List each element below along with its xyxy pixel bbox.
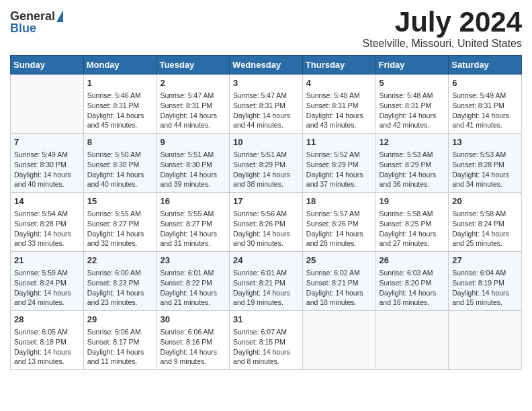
logo-icon (56, 10, 63, 22)
day-number: 25 (306, 255, 372, 267)
day-number: 11 (306, 136, 372, 148)
calendar-day-cell: 23Sunrise: 6:01 AM Sunset: 8:22 PM Dayli… (157, 252, 230, 311)
day-number: 29 (87, 314, 153, 326)
day-info: Sunrise: 5:50 AM Sunset: 8:30 PM Dayligh… (87, 150, 153, 189)
day-info: Sunrise: 6:00 AM Sunset: 8:23 PM Dayligh… (87, 268, 153, 308)
day-info: Sunrise: 6:07 AM Sunset: 8:15 PM Dayligh… (233, 327, 299, 367)
day-number: 20 (452, 195, 518, 208)
day-info: Sunrise: 6:03 AM Sunset: 8:20 PM Dayligh… (380, 268, 445, 308)
day-info: Sunrise: 5:54 AM Sunset: 8:28 PM Dayligh… (14, 209, 80, 248)
day-number: 4 (306, 77, 372, 89)
day-info: Sunrise: 5:52 AM Sunset: 8:29 PM Dayligh… (306, 150, 372, 189)
calendar-header-row: SundayMondayTuesdayWednesdayThursdayFrid… (11, 56, 522, 75)
day-info: Sunrise: 5:49 AM Sunset: 8:31 PM Dayligh… (452, 91, 518, 130)
calendar-day-cell: 3Sunrise: 5:47 AM Sunset: 8:31 PM Daylig… (230, 75, 303, 134)
calendar-table: SundayMondayTuesdayWednesdayThursdayFrid… (10, 55, 522, 370)
weekday-header: Thursday (302, 56, 375, 75)
day-number: 15 (87, 195, 153, 208)
day-number: 24 (233, 255, 299, 267)
calendar-day-cell: 19Sunrise: 5:58 AM Sunset: 8:25 PM Dayli… (375, 193, 449, 252)
day-number: 30 (160, 314, 226, 326)
calendar-day-cell (449, 310, 522, 369)
day-number: 26 (380, 255, 445, 267)
weekday-header: Friday (375, 56, 449, 75)
calendar-day-cell: 8Sunrise: 5:50 AM Sunset: 8:30 PM Daylig… (83, 134, 157, 193)
day-info: Sunrise: 6:05 AM Sunset: 8:18 PM Dayligh… (14, 327, 80, 367)
calendar-week-row: 1Sunrise: 5:46 AM Sunset: 8:31 PM Daylig… (11, 75, 522, 134)
day-info: Sunrise: 5:47 AM Sunset: 8:31 PM Dayligh… (233, 91, 299, 130)
calendar-day-cell: 15Sunrise: 5:55 AM Sunset: 8:27 PM Dayli… (83, 193, 157, 252)
weekday-header: Sunday (11, 56, 84, 75)
weekday-header: Monday (83, 56, 157, 75)
calendar-day-cell (302, 310, 375, 369)
calendar-day-cell: 10Sunrise: 5:51 AM Sunset: 8:29 PM Dayli… (230, 134, 303, 193)
calendar-day-cell: 4Sunrise: 5:48 AM Sunset: 8:31 PM Daylig… (302, 75, 375, 134)
day-info: Sunrise: 5:51 AM Sunset: 8:30 PM Dayligh… (160, 150, 226, 189)
calendar-week-row: 14Sunrise: 5:54 AM Sunset: 8:28 PM Dayli… (11, 193, 522, 252)
day-number: 14 (14, 195, 80, 208)
day-info: Sunrise: 5:58 AM Sunset: 8:25 PM Dayligh… (380, 209, 445, 248)
month-year-title: July 2024 (363, 7, 522, 38)
day-number: 13 (452, 136, 518, 148)
day-number: 18 (306, 195, 372, 208)
logo-blue-text: Blue (10, 22, 36, 34)
day-number: 28 (14, 314, 80, 326)
calendar-week-row: 28Sunrise: 6:05 AM Sunset: 8:18 PM Dayli… (11, 310, 522, 369)
page-header: General Blue July 2024 Steelville, Misso… (10, 7, 522, 50)
day-info: Sunrise: 6:06 AM Sunset: 8:16 PM Dayligh… (160, 327, 226, 367)
day-info: Sunrise: 5:47 AM Sunset: 8:31 PM Dayligh… (160, 91, 226, 130)
logo-general-text: General (10, 10, 55, 22)
calendar-day-cell: 28Sunrise: 6:05 AM Sunset: 8:18 PM Dayli… (11, 310, 84, 369)
weekday-header: Tuesday (157, 56, 230, 75)
calendar-day-cell: 17Sunrise: 5:56 AM Sunset: 8:26 PM Dayli… (230, 193, 303, 252)
day-info: Sunrise: 5:51 AM Sunset: 8:29 PM Dayligh… (233, 150, 299, 189)
day-number: 31 (233, 314, 299, 326)
day-number: 2 (160, 77, 226, 89)
calendar-day-cell: 12Sunrise: 5:53 AM Sunset: 8:29 PM Dayli… (375, 134, 449, 193)
day-number: 1 (87, 77, 153, 89)
day-info: Sunrise: 5:53 AM Sunset: 8:29 PM Dayligh… (380, 150, 445, 189)
calendar-day-cell: 31Sunrise: 6:07 AM Sunset: 8:15 PM Dayli… (230, 310, 303, 369)
day-info: Sunrise: 5:55 AM Sunset: 8:27 PM Dayligh… (160, 209, 226, 248)
calendar-day-cell: 29Sunrise: 6:06 AM Sunset: 8:17 PM Dayli… (83, 310, 157, 369)
calendar-day-cell: 25Sunrise: 6:02 AM Sunset: 8:21 PM Dayli… (302, 252, 375, 311)
day-number: 17 (233, 195, 299, 208)
calendar-day-cell: 1Sunrise: 5:46 AM Sunset: 8:31 PM Daylig… (83, 75, 157, 134)
calendar-day-cell: 18Sunrise: 5:57 AM Sunset: 8:26 PM Dayli… (302, 193, 375, 252)
day-info: Sunrise: 5:58 AM Sunset: 8:24 PM Dayligh… (452, 209, 518, 248)
title-area: July 2024 Steelville, Missouri, United S… (363, 7, 522, 50)
day-number: 22 (87, 255, 153, 267)
day-info: Sunrise: 6:01 AM Sunset: 8:21 PM Dayligh… (233, 268, 299, 308)
calendar-day-cell: 21Sunrise: 5:59 AM Sunset: 8:24 PM Dayli… (11, 252, 84, 311)
calendar-day-cell: 20Sunrise: 5:58 AM Sunset: 8:24 PM Dayli… (449, 193, 522, 252)
calendar-day-cell: 9Sunrise: 5:51 AM Sunset: 8:30 PM Daylig… (157, 134, 230, 193)
calendar-day-cell: 2Sunrise: 5:47 AM Sunset: 8:31 PM Daylig… (157, 75, 230, 134)
day-number: 6 (452, 77, 518, 89)
day-info: Sunrise: 5:53 AM Sunset: 8:28 PM Dayligh… (452, 150, 518, 189)
day-info: Sunrise: 6:06 AM Sunset: 8:17 PM Dayligh… (87, 327, 153, 367)
day-info: Sunrise: 5:57 AM Sunset: 8:26 PM Dayligh… (306, 209, 372, 248)
calendar-day-cell (11, 75, 84, 134)
day-info: Sunrise: 6:04 AM Sunset: 8:19 PM Dayligh… (452, 268, 518, 308)
day-info: Sunrise: 6:02 AM Sunset: 8:21 PM Dayligh… (306, 268, 372, 308)
day-number: 7 (14, 136, 80, 148)
calendar-week-row: 7Sunrise: 5:49 AM Sunset: 8:30 PM Daylig… (11, 134, 522, 193)
calendar-day-cell (375, 310, 449, 369)
day-number: 8 (87, 136, 153, 148)
weekday-header: Saturday (449, 56, 522, 75)
calendar-day-cell: 13Sunrise: 5:53 AM Sunset: 8:28 PM Dayli… (449, 134, 522, 193)
day-number: 27 (452, 255, 518, 267)
day-info: Sunrise: 5:59 AM Sunset: 8:24 PM Dayligh… (14, 268, 80, 308)
calendar-day-cell: 5Sunrise: 5:48 AM Sunset: 8:31 PM Daylig… (375, 75, 449, 134)
day-info: Sunrise: 5:46 AM Sunset: 8:31 PM Dayligh… (87, 91, 153, 130)
day-number: 12 (380, 136, 445, 148)
day-number: 19 (380, 195, 445, 208)
calendar-day-cell: 26Sunrise: 6:03 AM Sunset: 8:20 PM Dayli… (375, 252, 449, 311)
calendar-day-cell: 22Sunrise: 6:00 AM Sunset: 8:23 PM Dayli… (83, 252, 157, 311)
day-number: 21 (14, 255, 80, 267)
day-number: 10 (233, 136, 299, 148)
day-info: Sunrise: 5:48 AM Sunset: 8:31 PM Dayligh… (380, 91, 445, 130)
day-info: Sunrise: 5:49 AM Sunset: 8:30 PM Dayligh… (14, 150, 80, 189)
calendar-day-cell: 30Sunrise: 6:06 AM Sunset: 8:16 PM Dayli… (157, 310, 230, 369)
day-info: Sunrise: 6:01 AM Sunset: 8:22 PM Dayligh… (160, 268, 226, 308)
